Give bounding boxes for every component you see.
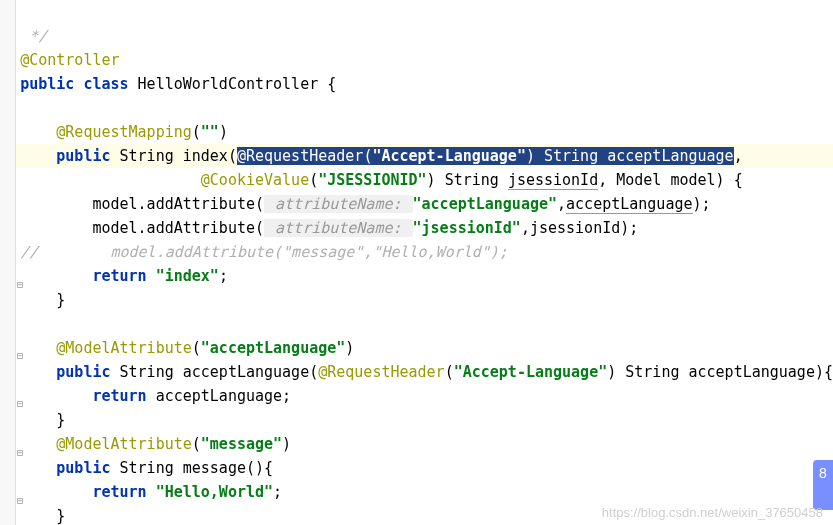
code-text: ) <box>219 123 228 141</box>
code-text: , <box>734 147 743 165</box>
code-text: , <box>521 219 530 237</box>
string: "acceptLanguage" <box>413 195 558 213</box>
variable: jsessionId <box>508 171 598 190</box>
code-area[interactable]: */ @Controller public class HelloWorldCo… <box>16 0 833 525</box>
type: String <box>625 363 679 381</box>
variable: acceptLanguage <box>689 363 815 381</box>
variable: jsessionId <box>530 219 620 237</box>
annotation: @CookieValue <box>201 171 309 189</box>
code-text: ) <box>345 339 354 357</box>
code-text: ) { <box>716 171 743 189</box>
type: String <box>445 171 499 189</box>
method: index <box>183 147 228 165</box>
param-hint: attributeName: <box>264 219 413 237</box>
keyword: public <box>20 75 74 93</box>
code-text: ); <box>620 219 638 237</box>
annotation: @ModelAttribute <box>56 339 191 357</box>
code-text <box>20 3 29 21</box>
code-text: } <box>56 291 65 309</box>
code-text: ( <box>192 435 201 453</box>
selection: @RequestHeader("Accept-Language") String… <box>237 147 734 165</box>
gutter: ⊟ ⊟ ⊟ ⊟ ⊟ ⊟ <box>0 0 16 525</box>
annotation: @ModelAttribute <box>56 435 191 453</box>
code-text: ; <box>282 387 291 405</box>
comment: model.addAttribute("message","Hello,Worl… <box>111 243 508 261</box>
string: "jsessionId" <box>413 219 521 237</box>
code-text: } <box>56 411 65 429</box>
side-badge[interactable]: 8 <box>813 460 833 510</box>
annotation: @RequestHeader <box>318 363 444 381</box>
code-text: model.addAttribute( <box>92 219 264 237</box>
string: "JSESSIONID" <box>318 171 426 189</box>
code-text: ( <box>445 363 454 381</box>
variable: acceptLanguage <box>566 195 692 214</box>
type: String <box>120 459 174 477</box>
string: "index" <box>156 267 219 285</box>
code-text: ( <box>192 123 201 141</box>
keyword: class <box>83 75 128 93</box>
comment-mark: // <box>20 243 38 261</box>
method: message <box>183 459 246 477</box>
string: "Hello,World" <box>156 483 273 501</box>
annotation: @RequestMapping <box>56 123 191 141</box>
code-text: , <box>598 171 607 189</box>
code-text: (){ <box>246 459 273 477</box>
keyword: public <box>56 459 110 477</box>
comment: */ <box>20 27 47 45</box>
class-name: HelloWorldController <box>138 75 319 93</box>
string: "" <box>201 123 219 141</box>
annotation: @Controller <box>20 51 119 69</box>
type: String <box>120 363 174 381</box>
code-text: ( <box>192 339 201 357</box>
code-text: model.addAttribute( <box>92 195 264 213</box>
type: Model <box>616 171 661 189</box>
string: "Accept-Language" <box>454 363 608 381</box>
variable: acceptLanguage <box>156 387 282 405</box>
code-text: ; <box>273 483 282 501</box>
method: acceptLanguage <box>183 363 309 381</box>
string: "acceptLanguage" <box>201 339 346 357</box>
code-text: ) <box>282 435 291 453</box>
variable: model <box>670 171 715 189</box>
code-text: } <box>56 507 65 525</box>
code-text: ); <box>693 195 711 213</box>
watermark: https://blog.csdn.net/weixin_37650458 <box>602 505 823 520</box>
code-text: , <box>557 195 566 213</box>
code-text: ) <box>607 363 616 381</box>
code-text: ( <box>309 171 318 189</box>
keyword: public <box>56 363 110 381</box>
keyword: return <box>92 483 146 501</box>
string: "message" <box>201 435 282 453</box>
code-text: ){ <box>815 363 833 381</box>
code-text: ; <box>219 267 228 285</box>
code-text: ) <box>427 171 436 189</box>
code-text: ( <box>309 363 318 381</box>
param-hint: attributeName: <box>264 195 413 213</box>
keyword: return <box>92 387 146 405</box>
code-text: ( <box>228 147 237 165</box>
code-editor[interactable]: ⊟ ⊟ ⊟ ⊟ ⊟ ⊟ */ @Controller public class … <box>0 0 833 525</box>
type: String <box>120 147 174 165</box>
keyword: return <box>92 267 146 285</box>
keyword: public <box>56 147 110 165</box>
code-text: { <box>318 75 336 93</box>
